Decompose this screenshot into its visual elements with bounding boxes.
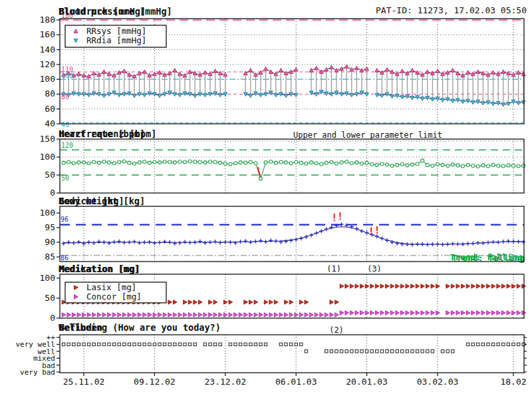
rrdia-markers (62, 91, 526, 107)
triangle-up-marker (446, 71, 450, 75)
triangle-right-marker (102, 313, 106, 317)
y-tick-label: 150 (40, 134, 55, 144)
triangle-right-marker (122, 313, 126, 317)
triangle-up-marker (264, 67, 268, 71)
triangle-up-marker (344, 65, 348, 69)
triangle-right-marker (254, 300, 258, 304)
triangle-right-marker (188, 300, 192, 304)
triangle-right-marker (360, 311, 364, 315)
y-tick-label: 180 (40, 15, 55, 25)
triangle-right-marker (466, 284, 470, 288)
triangle-right-marker (279, 313, 283, 317)
triangle-down-marker (178, 93, 182, 97)
triangle-right-marker (507, 311, 511, 315)
triangle-right-marker (400, 311, 404, 315)
triangle-right-marker (320, 313, 324, 317)
triangle-right-marker (209, 313, 213, 317)
triangle-down-marker (142, 93, 146, 97)
triangle-right-marker (209, 300, 213, 304)
triangle-right-marker (375, 284, 379, 288)
panel-border (60, 335, 524, 373)
wellbeing-markers-very-well (62, 343, 525, 345)
x-axis: 25.11.0209.12.0223.12.0206.01.0320.01.03… (63, 373, 527, 387)
triangle-up-marker (122, 69, 126, 73)
triangle-right-marker (229, 300, 233, 304)
triangle-right-marker (390, 284, 394, 288)
triangle-up-marker (380, 71, 384, 75)
triangle-right-marker (168, 313, 172, 317)
y-tick-label: 160 (40, 29, 55, 39)
bp-legend: RRsys [mmHg]RRdia [mmHg] (65, 25, 166, 47)
triangle-right-marker (213, 313, 217, 317)
triangle-down-marker (158, 94, 162, 98)
medication-series-concor (62, 311, 525, 317)
triangle-right-marker (219, 313, 223, 317)
triangle-right-marker (380, 311, 384, 315)
triangle-down-marker (441, 99, 445, 102)
limit-label: 100 (61, 72, 73, 79)
triangle-right-marker (244, 313, 248, 317)
triangle-right-marker (325, 313, 329, 317)
triangle-right-marker (138, 313, 142, 317)
triangle-down-marker (249, 94, 253, 98)
triangle-right-marker (476, 311, 480, 315)
y-tick-label: 60 (45, 104, 55, 114)
triangle-down-marker (471, 100, 475, 104)
triangle-right-marker (386, 284, 390, 288)
triangle-down-marker (517, 101, 521, 105)
triangle-right-marker (491, 311, 495, 315)
wellbeing-markers-well (305, 350, 454, 353)
triangle-right-marker (335, 300, 339, 304)
triangle-right-marker (203, 313, 207, 317)
triangle-right-marker (411, 311, 415, 315)
triangle-right-marker (128, 313, 132, 317)
triangle-up-marker (385, 67, 389, 71)
footnote-marker: (1) (327, 264, 341, 274)
triangle-right-marker (481, 311, 485, 315)
triangle-right-marker (471, 311, 475, 315)
y-tick-label: 40 (45, 118, 55, 128)
triangle-right-marker (517, 311, 521, 315)
panel-blood-pressure: 1801101008040180160140120100806040RRsys … (40, 6, 526, 128)
triangle-down-marker (87, 93, 91, 97)
triangle-right-marker (497, 311, 501, 315)
triangle-right-marker (153, 313, 157, 317)
y-tick-label: 95 (45, 222, 55, 232)
triangle-right-marker (158, 313, 162, 317)
triangle-right-marker (118, 313, 122, 317)
triangle-right-marker (178, 313, 182, 317)
triangle-right-marker (451, 284, 455, 288)
triangle-right-marker (446, 284, 450, 288)
triangle-right-marker (72, 313, 76, 317)
triangle-down-marker (132, 94, 136, 98)
panel-title-de: Medikation [mg] (59, 264, 140, 274)
triangle-right-marker (416, 311, 420, 315)
triangle-right-marker (396, 284, 400, 288)
triangle-right-marker (269, 313, 273, 317)
triangle-down-marker (259, 93, 263, 97)
triangle-right-marker (380, 284, 384, 288)
triangle-up-marker (466, 71, 470, 75)
triangle-up-marker (213, 69, 217, 73)
triangle-right-marker (299, 313, 303, 317)
triangle-up-marker (340, 67, 344, 71)
triangle-right-marker (491, 284, 495, 288)
triangle-right-marker (198, 313, 202, 317)
triangle-up-marker (365, 67, 369, 71)
triangle-down-marker (390, 95, 394, 99)
triangle-right-marker (466, 311, 470, 315)
triangle-right-marker (375, 311, 379, 315)
legend-label-rrdia: RRdia [mmHg] (86, 35, 146, 45)
triangle-up-marker (420, 73, 424, 77)
triangle-up-marker (325, 67, 329, 71)
triangle-up-marker (309, 69, 313, 73)
triangle-right-marker (451, 311, 455, 315)
y-tick-label: 50 (45, 170, 55, 180)
y-tick-label: 100 (40, 74, 55, 84)
triangle-right-marker (285, 313, 289, 317)
triangle-right-marker (315, 313, 319, 317)
triangle-right-marker (487, 311, 491, 315)
panel-medication: 100500Lasix [mg]Concor [mg](1)(3)Medicat… (40, 264, 526, 323)
triangle-right-marker (340, 311, 344, 315)
triangle-down-marker (481, 101, 485, 105)
